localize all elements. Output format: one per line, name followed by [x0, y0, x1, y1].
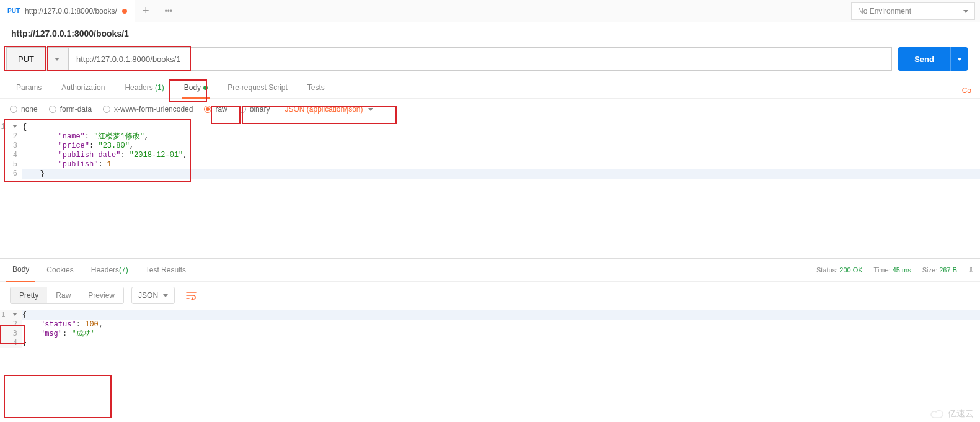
code-token: : [76, 320, 85, 328]
fold-icon [12, 313, 17, 318]
response-tab-body[interactable]: Body [6, 258, 35, 282]
response-tab-headers[interactable]: Headers (7) [85, 258, 135, 282]
code-token: , [183, 151, 187, 159]
size-info: Size: 267 B [922, 266, 957, 274]
response-toolbar: Pretty Raw Preview JSON [0, 282, 980, 309]
send-button[interactable]: Send [898, 47, 950, 71]
method-caret[interactable] [45, 48, 68, 70]
method-dropdown[interactable]: PUT [6, 47, 69, 71]
code-token: , [130, 141, 134, 150]
tab-body-label: Body [184, 83, 201, 92]
method-label: PUT [7, 55, 45, 64]
format-label: JSON [138, 291, 158, 300]
code-content[interactable]: { "status": 100, "msg": "成功" } [22, 310, 980, 348]
annotation-box [4, 375, 112, 418]
request-tab[interactable]: PUT http://127.0.0.1:8000/books/ [0, 0, 135, 22]
radio-icon [103, 106, 110, 113]
time-label: Time: [874, 266, 891, 274]
line-gutter: 1 234 [0, 310, 22, 348]
code-line: } [22, 169, 45, 178]
cookies-link[interactable]: Co [962, 86, 974, 95]
code-token: : [98, 160, 107, 169]
view-raw[interactable]: Raw [47, 287, 79, 303]
response-headers-label: Headers [91, 266, 119, 274]
response-meta: Status: 200 OK Time: 45 ms Size: 267 B ⇩ [816, 266, 974, 274]
response-tab-cookies[interactable]: Cookies [40, 258, 79, 282]
code-token: "msg" [40, 329, 63, 338]
download-icon[interactable]: ⇩ [968, 266, 974, 274]
response-format-dropdown[interactable]: JSON [131, 287, 175, 304]
code-line: } [22, 338, 27, 347]
tab-params[interactable]: Params [6, 83, 51, 98]
radio-icon [204, 106, 211, 113]
body-type-none-label: none [21, 105, 38, 114]
environment-dropdown[interactable]: No Environment [851, 2, 975, 20]
unsaved-indicator-icon [122, 9, 127, 14]
view-preview[interactable]: Preview [79, 287, 123, 303]
code-token: "name" [58, 132, 85, 141]
body-type-none[interactable]: none [10, 105, 38, 114]
body-type-urlencoded[interactable]: x-www-form-urlencoded [103, 105, 193, 114]
environment-label: No Environment [858, 7, 911, 16]
body-type-form-data-label: form-data [60, 105, 92, 114]
body-type-form-data[interactable]: form-data [49, 105, 92, 114]
response-body-editor[interactable]: 1 234 { "status": 100, "msg": "成功" } [0, 309, 980, 348]
line-gutter: 1 23456 [0, 123, 22, 256]
response-headers-count: (7) [119, 266, 128, 274]
send-options-button[interactable] [950, 47, 968, 71]
view-pretty[interactable]: Pretty [11, 287, 47, 303]
url-row: PUT http://127.0.0.1:8000/books/1 Send [0, 43, 980, 74]
status-info: Status: 200 OK [816, 266, 863, 274]
body-type-selector: none form-data x-www-form-urlencoded raw… [0, 99, 980, 120]
tab-options-button[interactable]: ••• [157, 0, 180, 22]
radio-icon [239, 106, 246, 113]
response-tab-tests[interactable]: Test Results [139, 258, 192, 282]
fold-icon [12, 125, 17, 130]
tab-authorization[interactable]: Authorization [51, 83, 115, 98]
code-token: "红楼梦1修改" [94, 132, 144, 141]
content-type-label: JSON (application/json) [285, 105, 363, 114]
new-tab-button[interactable]: + [135, 0, 157, 22]
url-value: http://127.0.0.1:8000/books/1 [76, 55, 180, 64]
watermark-text: 亿速云 [948, 408, 974, 420]
time-value: 45 ms [893, 266, 911, 274]
view-mode-segment: Pretty Raw Preview [10, 287, 124, 304]
body-type-raw-label: raw [215, 105, 227, 114]
time-info: Time: 45 ms [874, 266, 911, 274]
status-label: Status: [816, 266, 837, 274]
body-type-binary-label: binary [250, 105, 270, 114]
tab-headers[interactable]: Headers (1) [115, 83, 174, 98]
code-token: "publish_date" [58, 151, 121, 159]
radio-icon [49, 106, 56, 113]
tab-bar: PUT http://127.0.0.1:8000/books/ + ••• N… [0, 0, 980, 22]
code-token: 1 [107, 160, 112, 169]
code-token: , [99, 320, 103, 328]
tab-body[interactable]: Body [174, 83, 218, 98]
body-type-raw[interactable]: raw [204, 105, 227, 114]
size-label: Size: [922, 266, 937, 274]
tab-tests[interactable]: Tests [298, 83, 335, 98]
code-token: : [85, 132, 94, 141]
code-token: : [63, 329, 71, 338]
code-token: : [120, 151, 129, 159]
tab-prerequest[interactable]: Pre-request Script [218, 83, 298, 98]
content-type-dropdown[interactable]: JSON (application/json) [285, 105, 373, 114]
url-input[interactable]: http://127.0.0.1:8000/books/1 [69, 47, 892, 71]
chevron-down-icon [957, 58, 962, 61]
chevron-down-icon [55, 58, 60, 61]
body-type-binary[interactable]: binary [239, 105, 270, 114]
request-name: http://127.0.0.1:8000/books/1 [0, 22, 980, 43]
code-line: { [22, 310, 27, 319]
tab-title: http://127.0.0.1:8000/books/ [25, 7, 117, 16]
code-token: "publish" [58, 160, 99, 169]
send-button-group: Send [898, 47, 968, 71]
code-content[interactable]: { "name": "红楼梦1修改", "price": "23.80", "p… [22, 123, 980, 256]
chevron-down-icon [368, 108, 373, 111]
request-section-tabs: Params Authorization Headers (1) Body Pr… [0, 74, 980, 99]
request-body-editor[interactable]: 1 23456 { "name": "红楼梦1修改", "price": "23… [0, 120, 980, 256]
watermark: 亿速云 [930, 408, 974, 420]
response-tabs: Body Cookies Headers (7) Test Results [6, 258, 192, 282]
code-token: "price" [58, 141, 89, 150]
body-type-urlencoded-label: x-www-form-urlencoded [114, 105, 193, 114]
wrap-lines-button[interactable] [183, 287, 200, 303]
